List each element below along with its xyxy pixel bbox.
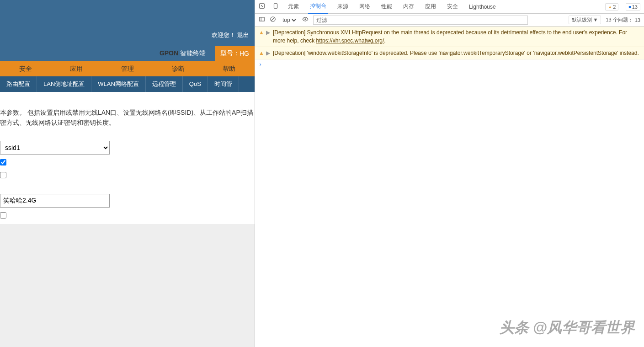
inspect-icon[interactable]: [259, 3, 265, 11]
console-prompt[interactable]: ›: [255, 59, 644, 69]
model-bar: GPON 智能终端 型号：HG: [0, 46, 255, 61]
msg-badge[interactable]: 13: [626, 3, 640, 11]
expand-icon[interactable]: ▶: [266, 49, 270, 57]
console-body: ▲ ▶ [Deprecation] Synchronous XMLHttpReq…: [255, 27, 644, 347]
nav-main-diag[interactable]: 诊断: [153, 61, 203, 76]
nav-main-security[interactable]: 安全: [0, 61, 51, 76]
tab-lighthouse[interactable]: Lighthouse: [467, 1, 498, 13]
console-message: ▲ ▶ [Deprecation] Synchronous XMLHttpReq…: [255, 27, 644, 47]
nav-sub: 路由配置 LAN侧地址配置 WLAN网络配置 远程管理 QoS 时间管: [0, 76, 255, 92]
bottom-spacer: [0, 224, 255, 347]
description-text: 本参数。 包括设置启用或禁用无线LAN口、设置无线网络名(即SSID)、从工作站…: [0, 101, 255, 136]
warning-icon: ▲: [259, 28, 264, 45]
svg-line-6: [271, 18, 275, 21]
filter-input[interactable]: [313, 16, 528, 25]
nav-sub-qos[interactable]: QoS: [183, 76, 208, 92]
welcome-bar: 欢迎您！ 退出: [212, 31, 249, 39]
nav-sub-route[interactable]: 路由配置: [0, 76, 37, 92]
nav-main-app[interactable]: 应用: [51, 61, 101, 76]
nav-sub-remote[interactable]: 远程管理: [146, 76, 183, 92]
nav-sub-lan[interactable]: LAN侧地址配置: [37, 76, 91, 92]
tab-elements[interactable]: 元素: [286, 0, 301, 13]
tab-network[interactable]: 网络: [357, 0, 372, 13]
hide-checkbox[interactable]: [0, 172, 6, 178]
help-link[interactable]: https://xhr.spec.whatwg.org/: [316, 37, 384, 44]
isolation-checkbox[interactable]: [0, 212, 6, 219]
svg-point-7: [304, 18, 306, 20]
clear-icon[interactable]: [270, 16, 276, 24]
svg-rect-3: [260, 17, 265, 21]
nav-sub-time[interactable]: 时间管: [208, 76, 239, 92]
enable-checkbox[interactable]: [0, 159, 6, 165]
sidebar-icon[interactable]: [259, 16, 265, 24]
expand-icon[interactable]: ▶: [266, 28, 270, 45]
tab-sources[interactable]: 来源: [335, 0, 350, 13]
tab-performance[interactable]: 性能: [379, 0, 394, 13]
gpon-label: GPON 智能终端: [160, 49, 206, 58]
nav-main-manage[interactable]: 管理: [102, 61, 153, 76]
devtools-toolbar: top 默认级别 ▼ 13 个问题： 13: [255, 14, 644, 27]
router-header: 欢迎您！ 退出 GPON 智能终端 型号：HG: [0, 0, 255, 61]
nav-sub-wlan[interactable]: WLAN网络配置: [91, 76, 146, 92]
warn-badge[interactable]: 2: [605, 3, 618, 11]
level-select[interactable]: 默认级别 ▼: [569, 16, 601, 24]
nav-main-help[interactable]: 帮助: [204, 61, 255, 76]
tab-security[interactable]: 安全: [445, 0, 460, 13]
svg-rect-1: [274, 4, 277, 9]
devtools-pane: 元素 控制台 来源 网络 性能 内存 应用 安全 Lighthouse 2 13…: [255, 0, 644, 347]
ssid-name-input[interactable]: [0, 194, 110, 208]
model-label: 型号：HG: [215, 46, 255, 61]
device-icon[interactable]: [272, 3, 279, 11]
warning-icon: ▲: [259, 49, 264, 57]
devtools-tabs: 元素 控制台 来源 网络 性能 内存 应用 安全 Lighthouse 2 13: [255, 0, 644, 14]
live-icon[interactable]: [302, 16, 309, 24]
console-message: ▲ ▶ [Deprecation] 'window.webkitStorageI…: [255, 47, 644, 59]
message-text: [Deprecation] Synchronous XMLHttpRequest…: [273, 28, 640, 45]
context-select[interactable]: top: [281, 16, 298, 24]
ssid-select[interactable]: ssid1: [0, 141, 110, 155]
nav-main: 安全 应用 管理 诊断 帮助: [0, 61, 255, 76]
welcome-text: 欢迎您！: [212, 32, 235, 38]
tab-console[interactable]: 控制台: [308, 0, 328, 14]
message-text: [Deprecation] 'window.webkitStorageInfo'…: [273, 49, 639, 57]
tab-application[interactable]: 应用: [423, 0, 438, 13]
router-admin-pane: 欢迎您！ 退出 GPON 智能终端 型号：HG 安全 应用 管理 诊断 帮助 路…: [0, 0, 255, 347]
tab-memory[interactable]: 内存: [401, 0, 416, 13]
logout-link[interactable]: 退出: [237, 32, 249, 38]
issues-label[interactable]: 13 个问题： 13: [606, 16, 640, 23]
content-area: 本参数。 包括设置启用或禁用无线LAN口、设置无线网络名(即SSID)、从工作站…: [0, 92, 255, 224]
